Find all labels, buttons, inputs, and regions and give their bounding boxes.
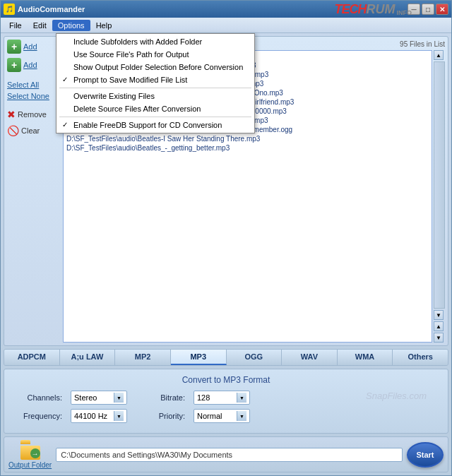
separator-2 (59, 117, 251, 117)
dropdown-use-source-path[interactable]: Use Source File's Path for Output (56, 48, 254, 61)
scroll-up[interactable]: ▲ (434, 50, 444, 60)
output-folder-label[interactable]: Output Folder (8, 461, 52, 469)
rum-text: RUM (367, 2, 396, 17)
scroll-up-2[interactable]: ▲ (434, 321, 444, 331)
tab-mp3[interactable]: MP3 (171, 350, 227, 365)
channels-select[interactable]: Stereo ▼ (71, 391, 127, 405)
scroll-bottom[interactable]: ▼ (434, 333, 444, 343)
folder-image: → (19, 440, 42, 460)
frequency-row: Frequency: 44100 Hz ▼ Priority: Normal ▼ (13, 409, 439, 423)
channels-arrow: ▼ (114, 393, 124, 403)
channels-label: Channels: (13, 393, 62, 402)
frequency-select[interactable]: 44100 Hz ▼ (71, 409, 127, 423)
techrum-text: TECH (335, 2, 367, 17)
menu-help[interactable]: Help (90, 20, 118, 31)
output-folder-icon[interactable]: → Output Folder (8, 440, 52, 469)
dropdown-overwrite-files[interactable]: Overwrite Existing Files (56, 90, 254, 102)
output-path: C:\Documents and Settings\WA30\My Docume… (56, 448, 403, 462)
info-text: INFO (397, 9, 412, 16)
priority-select[interactable]: Normal ▼ (194, 409, 250, 423)
menubar: File Edit Options Help (1, 18, 451, 33)
select-none-link[interactable]: Select None (7, 92, 60, 100)
remove-icon: ✖ (7, 109, 16, 120)
add-folder-link[interactable]: Add (23, 61, 37, 69)
bitrate-arrow: ▼ (237, 393, 246, 403)
add-files-link[interactable]: Add (23, 42, 37, 51)
menu-edit[interactable]: Edit (28, 20, 52, 31)
bottom-bar: → Output Folder C:\Documents and Setting… (4, 436, 448, 472)
tab-ogg[interactable]: OGG (227, 350, 282, 365)
remove-button[interactable]: ✖ Remove (7, 109, 60, 120)
files-count: 95 Files in List (400, 40, 445, 48)
add-files-icon[interactable]: + (7, 40, 21, 54)
convert-title: Convert to MP3 Format (13, 375, 439, 385)
dropdown-prompt-save[interactable]: Prompt to Save Modified File List (56, 73, 254, 86)
clear-button[interactable]: 🚫 Clear (7, 125, 60, 136)
files-left-panel: + Add + Add Select All Select None ✖ Rem… (7, 40, 60, 343)
separator-1 (59, 88, 251, 88)
folder-tab (20, 440, 30, 444)
menu-file[interactable]: File (4, 20, 28, 31)
dropdown-enable-freedb[interactable]: Enable FreeDB Support for CD Conversion (56, 119, 254, 131)
frequency-arrow: ▼ (114, 411, 124, 421)
close-button[interactable]: ✕ (436, 4, 448, 15)
select-all-link[interactable]: Select All (7, 81, 60, 89)
scrollbar: ▲ ▼ ▲ ▼ (434, 50, 445, 343)
frequency-label: Frequency: (13, 412, 62, 420)
list-item[interactable]: D:\SF_TestFiles\audio\Beatles_-_getting_… (64, 143, 431, 153)
add-folder-icon[interactable]: + (7, 58, 21, 72)
start-button[interactable]: Start (407, 442, 444, 468)
tab-alaw[interactable]: A;u LAW (60, 350, 116, 365)
list-item[interactable]: D:\SF_TestFiles\audio\Beatles-I Saw Her … (64, 134, 431, 143)
priority-arrow: ▼ (237, 411, 246, 421)
main-window: 🎵 AudioCommander TECHRUM INFO ─ □ ✕ File… (0, 0, 452, 476)
tab-wma[interactable]: WMA (338, 350, 393, 365)
tab-adpcm[interactable]: ADPCM (4, 350, 60, 365)
format-tabs: ADPCM A;u LAW MP2 MP3 OGG WAV WMA Others (4, 349, 448, 366)
clear-icon: 🚫 (7, 125, 19, 136)
scroll-track (434, 61, 445, 309)
dropdown-include-subfolders[interactable]: Include Subfolders with Added Folder (56, 35, 254, 48)
maximize-button[interactable]: □ (422, 4, 434, 15)
menu-options[interactable]: Options (52, 20, 90, 31)
app-icon: 🎵 (4, 4, 15, 15)
titlebar: 🎵 AudioCommander TECHRUM INFO ─ □ ✕ (1, 1, 451, 18)
bitrate-label: Bitrate: (136, 393, 185, 402)
channels-row: Channels: Stereo ▼ Bitrate: 128 ▼ (13, 391, 439, 405)
convert-section: Convert to MP3 Format SnapFiles.com Chan… (4, 369, 448, 434)
folder-arrow-icon: → (30, 448, 40, 458)
tab-wav[interactable]: WAV (282, 350, 338, 365)
scroll-down[interactable]: ▼ (434, 310, 444, 320)
options-dropdown: Include Subfolders with Added Folder Use… (56, 33, 255, 133)
bitrate-select[interactable]: 128 ▼ (194, 391, 250, 405)
dropdown-delete-source[interactable]: Delete Source Files After Conversion (56, 102, 254, 115)
dropdown-show-output-folder[interactable]: Show Output Folder Selection Before Conv… (56, 61, 254, 73)
tab-mp2[interactable]: MP2 (115, 350, 171, 365)
tab-others[interactable]: Others (393, 350, 448, 365)
folder-body: → (20, 446, 40, 460)
priority-label: Priority: (136, 412, 185, 420)
window-controls: ─ □ ✕ (408, 4, 448, 15)
